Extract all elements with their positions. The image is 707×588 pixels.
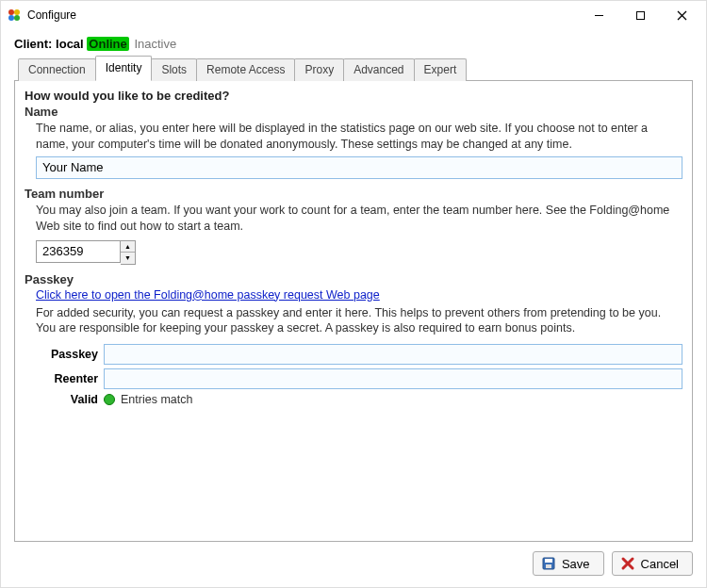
passkey-group-title: Passkey	[25, 272, 682, 286]
svg-point-1	[14, 9, 20, 15]
titlebar: Configure	[1, 1, 706, 29]
reenter-label: Reenter	[36, 372, 98, 385]
svg-rect-10	[546, 564, 551, 568]
cancel-icon	[620, 556, 635, 571]
name-group: Name The name, or alias, you enter here …	[25, 105, 682, 181]
status-badge: Online	[87, 37, 128, 51]
svg-point-0	[8, 9, 14, 15]
close-button[interactable]	[661, 2, 702, 28]
name-desc: The name, or alias, you enter here will …	[36, 121, 682, 153]
passkey-desc: For added security, you can request a pa…	[36, 305, 682, 337]
passkey-reenter-input[interactable]	[104, 368, 682, 389]
client-name: local	[56, 37, 84, 51]
name-input[interactable]	[36, 156, 682, 179]
window-title: Configure	[27, 8, 578, 22]
spin-up-icon[interactable]: ▲	[121, 241, 135, 253]
app-icon	[7, 8, 22, 23]
svg-point-3	[14, 15, 20, 21]
team-desc: You may also join a team. If you want yo…	[36, 203, 682, 235]
panel-heading: How would you like to be credited?	[25, 89, 682, 103]
team-group-title: Team number	[25, 187, 682, 201]
team-spin: ▲ ▼	[36, 240, 682, 265]
status-dot-icon	[104, 394, 115, 405]
tab-proxy[interactable]: Proxy	[294, 58, 344, 81]
svg-rect-5	[636, 11, 644, 19]
team-group: Team number You may also join a team. If…	[25, 187, 682, 267]
svg-rect-9	[545, 559, 552, 563]
tab-connection[interactable]: Connection	[18, 58, 96, 81]
tab-remote-access[interactable]: Remote Access	[196, 58, 295, 81]
tabstrip: Connection Identity Slots Remote Access …	[18, 56, 693, 81]
team-spin-buttons: ▲ ▼	[121, 240, 136, 265]
tab-identity[interactable]: Identity	[95, 56, 153, 81]
tab-slots[interactable]: Slots	[151, 58, 197, 81]
cancel-button[interactable]: Cancel	[612, 551, 693, 576]
tab-advanced[interactable]: Advanced	[343, 58, 414, 81]
client-status-line: Client: local Online Inactive	[14, 37, 693, 51]
tab-expert[interactable]: Expert	[414, 58, 468, 81]
identity-panel: How would you like to be credited? Name …	[14, 80, 693, 542]
minimize-button[interactable]	[578, 2, 619, 28]
passkey-label: Passkey	[36, 348, 98, 361]
client-prefix: Client:	[14, 37, 52, 51]
passkey-request-link[interactable]: Click here to open the Folding@home pass…	[36, 288, 380, 302]
configure-window: Configure Client: local Online Inactive …	[0, 0, 707, 588]
content-area: Client: local Online Inactive Connection…	[1, 29, 706, 546]
maximize-button[interactable]	[619, 2, 661, 28]
cancel-button-label: Cancel	[641, 557, 679, 571]
svg-point-2	[8, 15, 14, 21]
save-button[interactable]: Save	[533, 551, 604, 576]
valid-label: Valid	[36, 393, 98, 406]
status-state: Inactive	[134, 37, 176, 51]
passkey-input[interactable]	[104, 344, 682, 365]
dialog-footer: Save Cancel	[1, 546, 706, 587]
valid-text: Entries match	[121, 393, 192, 406]
spin-down-icon[interactable]: ▼	[121, 253, 135, 264]
name-group-title: Name	[25, 105, 682, 119]
save-button-label: Save	[562, 557, 590, 571]
save-icon	[541, 556, 556, 571]
passkey-group: Passkey Click here to open the Folding@h…	[25, 272, 682, 409]
team-number-input[interactable]	[36, 240, 121, 263]
